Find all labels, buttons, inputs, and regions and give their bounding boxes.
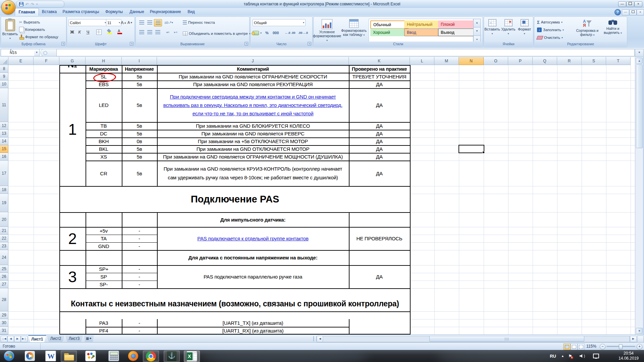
align-top-button[interactable] <box>138 19 145 26</box>
cell-comment[interactable]: При замыкании на GND появляется КРУИЗ-КО… <box>157 161 349 186</box>
hscroll-left-icon[interactable]: ◀ <box>317 336 323 342</box>
column-header-P[interactable]: P <box>508 57 533 65</box>
row-header-27[interactable]: 27 <box>0 281 8 288</box>
dialog-launcher-icon[interactable]: ↘ <box>245 42 248 46</box>
page-layout-view-button[interactable] <box>571 344 578 350</box>
selected-cell-N15[interactable] <box>459 145 484 153</box>
align-center-button[interactable] <box>146 29 153 36</box>
cell-volt[interactable]: 0в <box>122 137 157 145</box>
row-header-26[interactable]: 26 <box>0 273 8 281</box>
column-header-F[interactable]: F <box>34 57 59 65</box>
column-header-M[interactable]: M <box>434 57 459 65</box>
increase-indent-button[interactable]: ▸≡ <box>172 29 179 36</box>
cell-mark[interactable]: CR <box>86 161 122 186</box>
cut-button[interactable]: ✂Вырезать <box>19 19 40 25</box>
cell-volt[interactable]: 5в <box>122 153 157 161</box>
minimize-button[interactable]: — <box>618 1 626 7</box>
ribbon-tab-6[interactable]: Рецензирование <box>148 8 183 15</box>
row-header-12[interactable]: 12 <box>0 122 8 130</box>
taskbar-app-word[interactable]: W <box>43 351 58 361</box>
dialog-launcher-icon[interactable]: ↘ <box>308 42 311 46</box>
format-cells-button[interactable]: ▦ Формат▾ <box>517 18 532 43</box>
cell-volt[interactable]: - <box>122 273 157 281</box>
column-header-R[interactable]: R <box>557 57 582 65</box>
cell-verified[interactable]: ТРЕБУЕТ УТОЧНЕНИЯ <box>349 73 410 80</box>
grow-font-button[interactable]: А▲ <box>121 19 126 26</box>
section-title-pas[interactable]: Подключение PAS <box>59 186 411 212</box>
cell-style-1[interactable]: Обычный <box>370 20 409 29</box>
column-header-N[interactable]: N <box>459 57 484 65</box>
header-comment[interactable]: Комментарий <box>157 65 349 73</box>
find-select-button[interactable]: Найти и выделить ▾ <box>601 18 625 43</box>
taskbar-app-excel[interactable]: X <box>184 351 200 362</box>
cell-volt[interactable]: 5в <box>122 122 157 130</box>
merge-center-button[interactable]: Объединить и поместить в центре▾ <box>183 30 251 37</box>
hscroll-right-icon[interactable]: ▶ <box>630 336 637 342</box>
row-header-28[interactable]: 28 <box>0 288 8 311</box>
fill-button[interactable]: ↓Заполнить▾ <box>537 26 564 33</box>
format-as-table-button[interactable]: Форматировать как таблицу ▾ <box>340 18 367 43</box>
column-header-K[interactable]: K <box>349 57 410 65</box>
cell-volt[interactable]: 5в <box>122 80 157 88</box>
cell-volt[interactable]: - <box>122 242 157 250</box>
column-header-L[interactable]: L <box>410 57 434 65</box>
cell-mark[interactable]: PA3 <box>86 319 122 327</box>
ribbon-tab-7[interactable]: Вид <box>184 8 199 15</box>
workbook-restore-button[interactable] <box>629 9 637 15</box>
row-header-16[interactable]: 16 <box>0 153 8 161</box>
cell-verified[interactable]: ДА <box>349 130 410 137</box>
taskbar-app-start-orb[interactable] <box>1 351 17 361</box>
clock[interactable]: 20:54 14.06.2019 <box>615 351 642 361</box>
qat-customize-icon[interactable]: ▾ <box>36 3 38 6</box>
language-indicator[interactable]: RU <box>550 350 556 362</box>
column-header-E[interactable]: E <box>8 57 34 65</box>
conditional-formatting-button[interactable]: Условное форматирование ▾ <box>314 18 340 43</box>
cell-mark[interactable]: BKL <box>86 145 122 153</box>
gallery-up-icon[interactable]: ▲ <box>473 19 481 27</box>
insert-worksheet-tab[interactable]: ▦✦ <box>84 335 94 342</box>
cell-mark[interactable]: SP- <box>86 281 122 288</box>
action-center-flag-icon[interactable]: ⚑✕ <box>568 350 575 362</box>
cell-volt[interactable]: - <box>122 281 157 288</box>
fill-handle[interactable] <box>482 151 485 154</box>
wrap-text-button[interactable]: Перенос текста <box>183 19 215 26</box>
window-resize-corner[interactable] <box>637 336 644 343</box>
accounting-format-button[interactable]: ▾ <box>253 29 262 36</box>
cell-mark[interactable]: GND <box>86 242 122 250</box>
comma-style-button[interactable]: 000 <box>273 29 279 36</box>
group-number-1[interactable]: 1 <box>59 73 86 186</box>
select-all-corner[interactable] <box>0 57 8 65</box>
row-header-31[interactable]: 31 <box>0 327 8 335</box>
cell-style-5[interactable]: Ввод <box>404 28 442 36</box>
banner-pulse-sensor[interactable]: Для импульсного датчика: <box>157 212 349 227</box>
taskbar-app-explorer[interactable] <box>61 351 77 362</box>
zoom-in-icon[interactable]: + <box>637 344 642 350</box>
cell-volt[interactable]: - <box>122 327 157 335</box>
row-header-18[interactable]: 18 <box>0 186 8 194</box>
sheet-tab-Лист2[interactable]: Лист2 <box>47 335 65 342</box>
row-header-9[interactable]: 9 <box>0 73 8 80</box>
borders-button[interactable] <box>95 29 103 36</box>
row-header-21[interactable]: 21 <box>0 227 8 235</box>
cell-style-6[interactable]: Вывод <box>438 28 476 36</box>
cell-mark[interactable]: SP <box>86 273 122 281</box>
format-painter-button[interactable]: Формат по образцу <box>19 34 58 40</box>
dialog-launcher-icon[interactable]: ↘ <box>61 42 65 46</box>
scroll-down-icon[interactable]: ▼ <box>636 328 643 334</box>
delete-cells-button[interactable]: ✕ Удалить▾ <box>500 18 516 43</box>
cell-comment[interactable]: При замыкании на +5в ОТКЛЮЧАЕТСЯ МОТОР <box>157 137 349 145</box>
row-header-22[interactable]: 22 <box>0 235 8 242</box>
cell-mark[interactable]: TA <box>86 235 122 242</box>
row-header-30[interactable]: 30 <box>0 319 8 327</box>
cell-comment[interactable]: PAS подключается параллельно ручке газа <box>157 265 349 288</box>
cell-comment[interactable]: [UART1_RX] (из даташита) <box>157 327 349 335</box>
network-icon[interactable] <box>593 350 597 362</box>
cell-comment-hyperlink[interactable]: PAS подключается к отдельной группе конт… <box>157 227 349 250</box>
tray-expand-icon[interactable]: ▲ <box>561 350 564 362</box>
orientation-button[interactable]: ab↗▾ <box>164 19 173 26</box>
row-header-11[interactable]: 11 <box>0 88 8 122</box>
volume-icon[interactable]: ) <box>580 350 585 362</box>
row-header-14[interactable]: 14 <box>0 137 8 145</box>
help-icon[interactable]: ? <box>614 9 621 15</box>
cell-verified[interactable]: НЕ ПРОВЕРЯЛОСЬ <box>349 227 410 250</box>
